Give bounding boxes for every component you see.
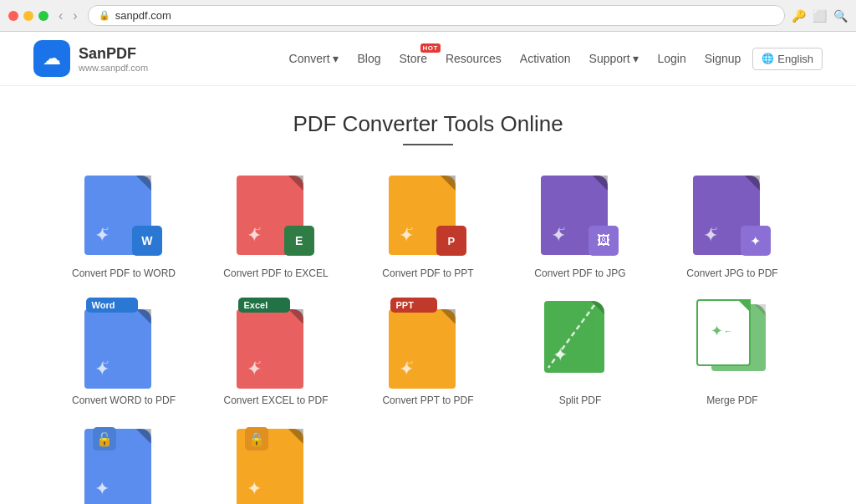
close-button[interactable] <box>8 11 18 21</box>
header: ☁ SanPDF www.sanpdf.com Convert ▾ Blog S… <box>0 32 856 86</box>
key-icon[interactable]: 🔑 <box>792 9 806 23</box>
nav: Convert ▾ Blog StoreHOT Resources Activa… <box>283 47 823 70</box>
url-text: sanpdf.com <box>115 9 171 22</box>
tool-pdf-to-excel[interactable]: ✦ ↩ E Convert PDF to EXCEL <box>212 171 339 281</box>
title-underline <box>403 144 453 145</box>
tool-unlock-pdf[interactable]: ✦ 🔓 Unlock PDF file <box>60 424 187 504</box>
tool-label: Convert PDF to PPT <box>382 267 473 281</box>
hot-badge: HOT <box>420 43 441 53</box>
tool-label: Convert PPT to PDF <box>382 395 473 408</box>
maximize-button[interactable] <box>38 11 48 21</box>
globe-icon: 🌐 <box>762 53 774 64</box>
tool-excel-to-pdf[interactable]: Excel ✦ ↩ Convert EXCEL to PDF <box>212 298 339 408</box>
tool-pdf-to-word[interactable]: ✦ ↩ W Convert PDF to WORD <box>60 171 187 281</box>
tool-label: Convert PDF to EXCEL <box>223 267 328 281</box>
nav-store[interactable]: StoreHOT <box>392 47 433 70</box>
tool-word-to-pdf[interactable]: Word ✦ ↩ Convert WORD to PDF <box>60 298 187 408</box>
lock-icon: 🔒 <box>99 10 110 21</box>
minimize-button[interactable] <box>23 11 33 21</box>
logo-area[interactable]: ☁ SanPDF www.sanpdf.com <box>33 40 148 77</box>
page: ☁ SanPDF www.sanpdf.com Convert ▾ Blog S… <box>0 32 856 504</box>
tool-pdf-to-jpg[interactable]: ✦ ↩ 🖼 Convert PDF to JPG <box>517 171 644 281</box>
nav-resources[interactable]: Resources <box>439 47 508 70</box>
tools-grid: ✦ ↩ W Convert PDF to WORD ✦ ↩ <box>60 171 796 504</box>
tool-label: Convert PDF to JPG <box>534 267 625 281</box>
tool-label: Convert PDF to WORD <box>72 267 176 281</box>
nav-convert[interactable]: Convert ▾ <box>283 47 346 70</box>
nav-support[interactable]: Support ▾ <box>583 47 646 70</box>
browser-chrome: ‹ › 🔒 sanpdf.com 🔑 ⬜ 🔍 <box>0 0 856 32</box>
address-bar[interactable]: 🔒 sanpdf.com <box>88 5 785 26</box>
nav-buttons: ‹ › <box>55 7 81 25</box>
svg-text:✦: ✦ <box>711 321 723 339</box>
zoom-icon[interactable]: 🔍 <box>833 9 848 23</box>
svg-text:←: ← <box>724 326 733 336</box>
back-button[interactable]: ‹ <box>55 7 66 25</box>
logo-text: SanPDF www.sanpdf.com <box>79 45 148 73</box>
logo-icon: ☁ <box>33 40 70 77</box>
nav-blog[interactable]: Blog <box>350 47 387 70</box>
browser-actions: 🔑 ⬜ 🔍 <box>792 9 848 23</box>
extension-icon[interactable]: ⬜ <box>813 9 827 23</box>
tool-label: Convert EXCEL to PDF <box>224 395 329 408</box>
page-title: PDF Converter Tools Online <box>293 111 563 137</box>
tool-pdf-to-ppt[interactable]: ✦ ↩ P Convert PDF to PPT <box>364 171 492 281</box>
logo-name: SanPDF <box>79 45 148 63</box>
tool-merge-pdf[interactable]: ✦ ← Merge PDF <box>669 298 796 408</box>
tool-jpg-to-pdf[interactable]: ✦ ↩ ✦ Convert JPG to PDF <box>669 171 796 281</box>
tool-label: Split PDF <box>559 395 602 408</box>
forward-button[interactable]: › <box>69 7 80 25</box>
tool-label: Merge PDF <box>706 395 757 408</box>
language-label: English <box>777 53 813 65</box>
tool-protect-pdf[interactable]: ✦ 🔒 Protect PDF file <box>212 424 339 504</box>
tool-split-pdf[interactable]: ✦ Split PDF <box>517 298 644 408</box>
tool-label: Convert JPG to PDF <box>686 267 777 281</box>
nav-activation[interactable]: Activation <box>513 47 578 70</box>
logo-url: www.sanpdf.com <box>79 63 148 73</box>
main-content: PDF Converter Tools Online ✦ ↩ W Convert… <box>0 86 856 504</box>
language-button[interactable]: 🌐 English <box>752 48 823 70</box>
nav-signup[interactable]: Signup <box>698 47 748 70</box>
nav-login[interactable]: Login <box>651 47 693 70</box>
tool-label: Convert WORD to PDF <box>72 395 176 408</box>
window-controls <box>8 11 48 21</box>
tool-ppt-to-pdf[interactable]: PPT ✦ ↩ Convert PPT to PDF <box>364 298 492 408</box>
